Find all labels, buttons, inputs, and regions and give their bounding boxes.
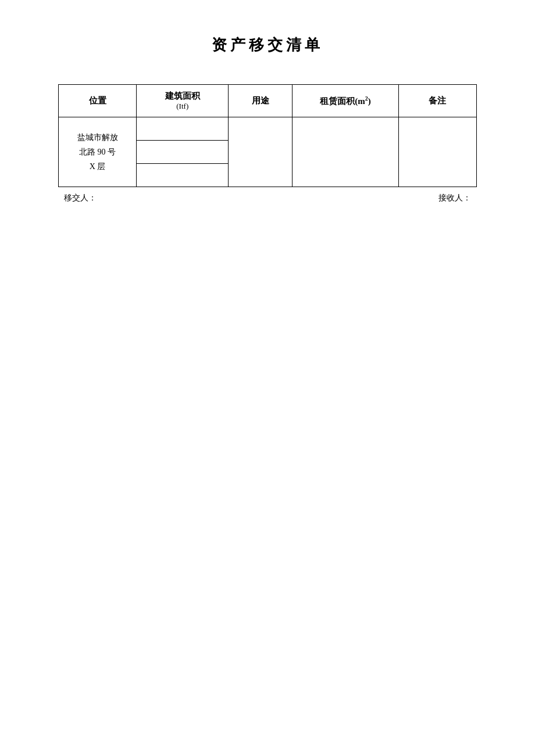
note-cell	[398, 117, 476, 187]
header-rental: 租赁面积(m2)	[293, 85, 399, 117]
header-position: 位置	[59, 85, 137, 117]
position-cell: 盐城市解放 北路 90 号 X 层	[59, 117, 137, 187]
page-title: 资产移交清单	[212, 35, 323, 55]
area-cell-3	[137, 164, 229, 187]
asset-table: 位置 建筑面积 (Itf) 用途 租赁面积(m2) 备注	[58, 84, 477, 187]
table-row: 盐城市解放 北路 90 号 X 层	[59, 117, 477, 141]
rental-cell	[293, 117, 399, 187]
header-usage: 用途	[229, 85, 293, 117]
usage-cell	[229, 117, 293, 187]
sender-label: 移交人：	[64, 193, 97, 203]
table-container: 位置 建筑面积 (Itf) 用途 租赁面积(m2) 备注	[58, 84, 477, 203]
header-area: 建筑面积 (Itf)	[137, 85, 229, 117]
area-cell-1	[137, 117, 229, 141]
table-footer: 移交人： 接收人：	[58, 193, 477, 203]
receiver-label: 接收人：	[438, 193, 471, 203]
area-cell-2	[137, 141, 229, 164]
header-note: 备注	[398, 85, 476, 117]
